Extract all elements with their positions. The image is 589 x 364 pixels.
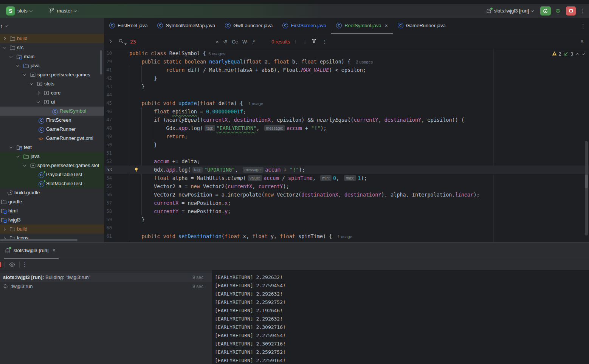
more-actions-icon[interactable]: ⋮ (580, 8, 585, 14)
run-console-output[interactable]: [EARLYRETURN] 2.292632![EARLYRETURN] 2.2… (212, 270, 589, 364)
stop-button[interactable] (566, 6, 576, 15)
editor-tab-SymbolNameMap.java[interactable]: CSymbolNameMap.java (152, 18, 220, 34)
run-configuration-widget[interactable]: slots:lwjgl3 [run] (483, 6, 536, 16)
regex-toggle[interactable]: .* (249, 39, 257, 45)
editor-scrollbar[interactable] (585, 141, 588, 235)
code-line-50[interactable]: 50 } (104, 141, 589, 149)
tree-item-test[interactable]: test (0, 143, 104, 152)
tree-item-ReelSymbol[interactable]: CReelSymbol (0, 107, 104, 116)
tree-item-gradle[interactable]: gradle (0, 197, 104, 206)
code-line-55[interactable]: 55 Vector2 a = new Vector2(currentX, cur… (104, 182, 589, 191)
more-options-icon[interactable]: ⋮ (22, 261, 28, 268)
search-icon[interactable] (118, 38, 124, 45)
tree-item-GameRunner[interactable]: CGameRunner (0, 125, 104, 134)
chevron-down-icon[interactable] (23, 73, 26, 76)
code-line-52[interactable]: 52 accum += delta; (104, 157, 589, 166)
tree-item-spare.peetseater.games[interactable]: spare.peetseater.games (0, 70, 104, 79)
chevron-down-icon[interactable] (30, 82, 33, 85)
tree-item-core[interactable]: core (0, 88, 104, 98)
editor-tab-FirstScreen.java[interactable]: CFirstScreen.java (277, 18, 331, 34)
search-options-icon[interactable]: ⋮ (320, 39, 329, 45)
chevron-right-icon[interactable] (3, 37, 6, 40)
intention-bulb-icon[interactable] (134, 167, 139, 173)
usages-hint[interactable]: 1 usage (338, 234, 352, 239)
close-icon[interactable]: × (385, 23, 388, 29)
tree-item-lwjgl3[interactable]: lwjgl3 (0, 215, 104, 225)
chevron-right-icon[interactable] (37, 91, 40, 94)
code-line-48[interactable]: 48 Gdx.app.log(tag:"EARLYRETURN", messag… (104, 124, 589, 132)
rerun-button[interactable] (540, 6, 551, 15)
expand-find-icon[interactable] (108, 40, 112, 43)
code-line-29[interactable]: 29 public static boolean nearlyEqual(flo… (104, 57, 589, 66)
tree-item-PayoutTableTest[interactable]: CPayoutTableTest (0, 170, 104, 179)
code-line-60[interactable]: 60 (104, 224, 589, 232)
tree-item-java[interactable]: java (0, 61, 104, 70)
tree-item-ui[interactable]: ui (0, 98, 104, 107)
chevron-down-icon[interactable] (16, 154, 19, 157)
clear-search-icon[interactable]: × (214, 39, 221, 45)
editor-tab-ReelSymbol.java[interactable]: CReelSymbol.java× (331, 18, 393, 34)
stop-icon-partial[interactable] (0, 262, 1, 267)
chevron-down-icon[interactable] (16, 64, 19, 67)
next-problem-icon[interactable] (582, 52, 585, 55)
next-occurrence-icon[interactable]: ↓ (301, 39, 309, 45)
tree-item-java[interactable]: java (0, 152, 104, 161)
tree-item-build[interactable]: build (0, 34, 104, 43)
tree-item-html[interactable]: html (0, 206, 104, 215)
code-line-43[interactable]: 43 } (104, 82, 589, 91)
previous-occurrence-icon[interactable]: ↑ (291, 39, 299, 45)
close-find-bar-icon[interactable]: × (580, 38, 584, 45)
code-line-42[interactable]: 42 } (104, 74, 589, 82)
match-case-toggle[interactable]: Cc (229, 39, 240, 45)
tree-item-build.gradle[interactable]: build.gradle (0, 188, 104, 197)
code-line-41[interactable]: 41 return diff / Math.min((absA + absB),… (104, 66, 589, 74)
chevron-down-icon[interactable] (9, 54, 12, 57)
tree-vertical-scrollbar[interactable] (100, 50, 102, 74)
close-icon[interactable]: × (52, 247, 55, 253)
tree-horizontal-scrollbar[interactable] (0, 239, 78, 241)
editor-tab-GameRunner.java[interactable]: CGameRunner.java (393, 18, 451, 34)
debug-button[interactable] (553, 6, 563, 16)
tree-item-spare.peetseater.games.slot[interactable]: spare.peetseater.games.slot (0, 161, 104, 170)
usages-hint[interactable]: 1 usage (248, 101, 263, 106)
code-line-59[interactable]: 59 } (104, 215, 589, 224)
usages-hint[interactable]: 2 usages (356, 60, 373, 64)
code-line-44[interactable]: 44 (104, 91, 589, 99)
tree-item-GameRunner.gwt.xml[interactable]: </>GameRunner.gwt.xml (0, 134, 104, 143)
search-input[interactable]: 23 (130, 39, 136, 45)
code-line-54[interactable]: 54 float alpha = MathUtils.clamp(value:a… (104, 174, 589, 182)
chevron-right-icon[interactable] (3, 228, 6, 231)
tree-item-src[interactable]: src (0, 43, 104, 52)
build-task-row[interactable]: slots:lwjgl3 [run]: Building: ':lwjgl3:r… (0, 273, 212, 282)
tree-item-build[interactable]: build (0, 225, 104, 234)
code-line-45[interactable]: 45 public void update(float delta) { 1 u… (104, 99, 589, 107)
usages-hint[interactable]: 6 usages (208, 51, 225, 56)
chevron-down-icon[interactable] (9, 145, 12, 148)
build-task-row[interactable]: :lwjgl3:run9 sec (0, 282, 212, 291)
code-line-57[interactable]: 57 currentX = newPosition.x; (104, 199, 589, 207)
editor-tab-GwtLauncher.java[interactable]: CGwtLauncher.java (220, 18, 277, 34)
show-output-eye-icon[interactable] (7, 260, 17, 270)
code-editor[interactable]: 10public class ReelSymbol {6 usages29 pu… (104, 49, 589, 242)
inspections-widget[interactable]: 2 3 (552, 51, 584, 57)
tree-item-slots[interactable]: slots (0, 79, 104, 88)
code-line-51[interactable]: 51 (104, 149, 589, 157)
code-line-46[interactable]: 46 float episilon = 0.000000001f; (104, 107, 589, 116)
code-line-58[interactable]: 58 currentY = newPosition.y; (104, 207, 589, 215)
code-line-49[interactable]: 49 return; (104, 132, 589, 141)
chevron-down-icon[interactable] (3, 45, 6, 48)
whole-words-toggle[interactable]: W (240, 39, 249, 45)
code-line-47[interactable]: 47 if (nearlyEqual(currentX, destination… (104, 116, 589, 124)
tree-item-FirstScreen[interactable]: CFirstScreen (0, 116, 104, 125)
code-line-10[interactable]: 10public class ReelSymbol {6 usages (104, 49, 589, 57)
tree-item-SlotMachineTest[interactable]: CSlotMachineTest (0, 179, 104, 188)
vcs-branch-widget[interactable]: master (46, 6, 80, 16)
project-view-header[interactable]: t (0, 18, 104, 34)
run-tab[interactable]: slots:lwjgl3 [run] × (4, 243, 59, 259)
new-line-icon[interactable]: ↺ (221, 39, 229, 45)
tree-item-main[interactable]: main (0, 52, 104, 61)
chevron-down-icon[interactable] (37, 100, 40, 103)
filter-icon[interactable] (309, 38, 319, 45)
tab-list-icon[interactable]: ⋮ (580, 23, 586, 29)
editor-tab-FirstReel.java[interactable]: CFirstReel.java (104, 18, 152, 34)
